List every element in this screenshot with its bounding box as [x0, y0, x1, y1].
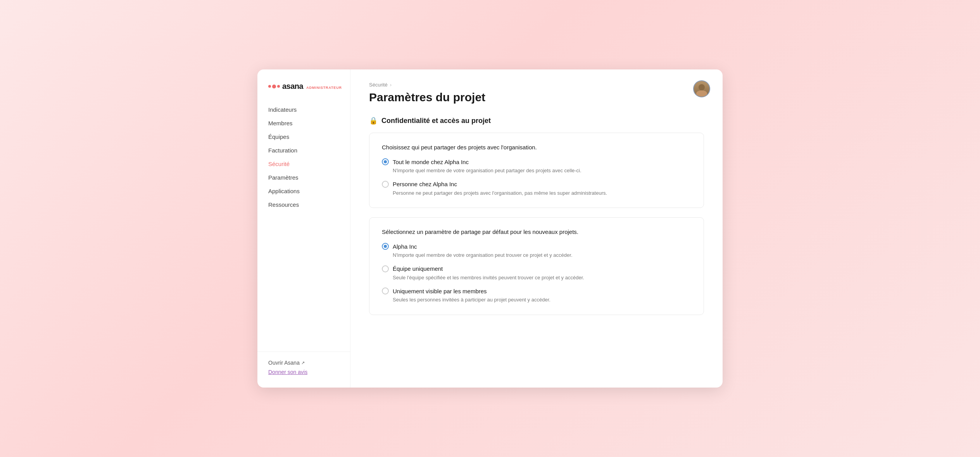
- breadcrumb-separator: ›: [390, 82, 392, 88]
- asana-logo: asana ADMINISTRATEUR: [268, 82, 342, 91]
- card1-radio-group: Tout le monde chez Alpha Inc N'importe q…: [382, 158, 691, 197]
- radio-label-nobody: Personne chez Alpha Inc: [393, 181, 457, 187]
- card2-radio-group: Alpha Inc N'importe quel membre de votre…: [382, 243, 691, 304]
- radio-desc-team-only: Seule l'équipe spécifiée et les membres …: [393, 274, 691, 282]
- card1-question: Choisissez qui peut partager des projets…: [382, 144, 691, 151]
- open-asana-label: Ouvrir Asana: [268, 360, 300, 366]
- radio-desc-members-only: Seules les personnes invitées à particip…: [393, 296, 691, 304]
- radio-option-everyone: Tout le monde chez Alpha Inc N'importe q…: [382, 158, 691, 175]
- radio-btn-nobody[interactable]: [382, 181, 389, 188]
- card-default-sharing: Sélectionnez un paramètre de partage par…: [369, 217, 704, 315]
- radio-btn-team-only[interactable]: [382, 265, 389, 272]
- radio-option-alphainc-row[interactable]: Alpha Inc: [382, 243, 691, 250]
- logo-dot-2: [272, 85, 276, 88]
- user-avatar[interactable]: [693, 80, 710, 97]
- radio-option-team-only: Équipe uniquement Seule l'équipe spécifi…: [382, 265, 691, 282]
- feedback-label: Donner son avis: [268, 369, 307, 375]
- radio-desc-everyone: N'importe quel membre de votre organisat…: [393, 167, 691, 175]
- sidebar-nav: Indicateurs Membres Équipes Facturation …: [257, 103, 350, 345]
- sidebar-item-indicateurs[interactable]: Indicateurs: [262, 103, 345, 116]
- radio-btn-members-only[interactable]: [382, 287, 389, 294]
- admin-badge: ADMINISTRATEUR: [306, 86, 342, 90]
- sidebar-item-parametres[interactable]: Paramètres: [262, 171, 345, 184]
- sidebar-item-ressources[interactable]: Ressources: [262, 198, 345, 211]
- app-window: asana ADMINISTRATEUR Indicateurs Membres…: [257, 69, 723, 388]
- card2-question: Sélectionnez un paramètre de partage par…: [382, 228, 691, 235]
- radio-option-nobody-row[interactable]: Personne chez Alpha Inc: [382, 181, 691, 188]
- radio-option-members-only-row[interactable]: Uniquement visible par les membres: [382, 287, 691, 294]
- asana-brand-name: asana: [282, 82, 303, 91]
- sidebar: asana ADMINISTRATEUR Indicateurs Membres…: [257, 69, 350, 388]
- section-title: Confidentialité et accès au projet: [381, 117, 491, 125]
- logo-dot-1: [268, 85, 271, 88]
- radio-desc-nobody: Personne ne peut partager des projets av…: [393, 189, 691, 197]
- radio-option-alphainc: Alpha Inc N'importe quel membre de votre…: [382, 243, 691, 259]
- external-link-icon: ↗: [301, 360, 305, 365]
- radio-option-nobody: Personne chez Alpha Inc Personne ne peut…: [382, 181, 691, 197]
- page-title: Paramètres du projet: [369, 91, 704, 104]
- logo-dot-3: [277, 85, 280, 88]
- radio-option-team-only-row[interactable]: Équipe uniquement: [382, 265, 691, 272]
- sidebar-item-applications[interactable]: Applications: [262, 185, 345, 197]
- sidebar-item-securite[interactable]: Sécurité: [262, 158, 345, 170]
- radio-option-everyone-row[interactable]: Tout le monde chez Alpha Inc: [382, 158, 691, 165]
- sidebar-item-equipes[interactable]: Équipes: [262, 130, 345, 143]
- sidebar-item-membres[interactable]: Membres: [262, 117, 345, 130]
- radio-option-members-only: Uniquement visible par les membres Seule…: [382, 287, 691, 304]
- radio-btn-alphainc[interactable]: [382, 243, 389, 250]
- logo-area: asana ADMINISTRATEUR: [257, 82, 350, 103]
- feedback-link[interactable]: Donner son avis: [268, 369, 339, 375]
- radio-label-alphainc: Alpha Inc: [393, 243, 417, 250]
- radio-label-members-only: Uniquement visible par les membres: [393, 288, 487, 294]
- avatar-face: [694, 81, 709, 97]
- lock-icon: 🔒: [369, 116, 378, 125]
- sidebar-item-facturation[interactable]: Facturation: [262, 144, 345, 157]
- radio-label-everyone: Tout le monde chez Alpha Inc: [393, 159, 469, 165]
- asana-logo-dots: [268, 85, 280, 88]
- breadcrumb: Sécurité ›: [369, 82, 704, 88]
- breadcrumb-parent[interactable]: Sécurité: [369, 82, 388, 88]
- section-header: 🔒 Confidentialité et accès au projet: [369, 116, 704, 125]
- card-sharing-org: Choisissez qui peut partager des projets…: [369, 133, 704, 208]
- radio-btn-everyone[interactable]: [382, 158, 389, 165]
- radio-desc-alphainc: N'importe quel membre de votre organisat…: [393, 251, 691, 259]
- radio-label-team-only: Équipe uniquement: [393, 265, 443, 272]
- open-asana-link[interactable]: Ouvrir Asana ↗: [268, 360, 339, 366]
- sidebar-footer: Ouvrir Asana ↗ Donner son avis: [257, 351, 350, 375]
- main-content: Sécurité › Paramètres du projet 🔒 Confid…: [350, 69, 723, 388]
